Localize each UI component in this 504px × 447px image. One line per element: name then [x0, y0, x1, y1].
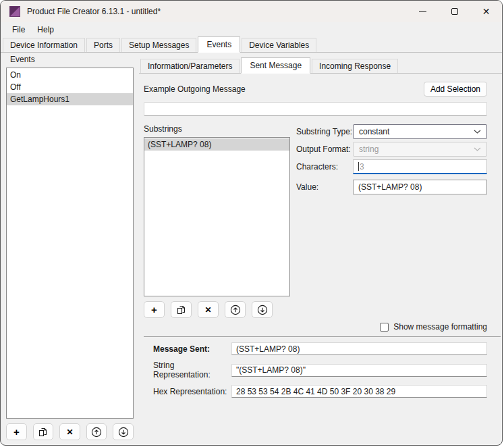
list-item[interactable]: GetLampHours1: [7, 93, 133, 105]
sent-message-panel: Information/Parameters Sent Message Inco…: [139, 57, 502, 445]
list-item[interactable]: Off: [7, 81, 133, 93]
substring-type-value: constant: [359, 127, 389, 136]
events-toolbar: + ✕: [6, 423, 134, 440]
minimize-icon: [419, 11, 426, 12]
plus-icon: +: [151, 305, 157, 315]
tab-device-information[interactable]: Device Information: [3, 38, 85, 52]
characters-input[interactable]: 3: [353, 159, 487, 174]
list-item[interactable]: (SST+LAMP? 08): [144, 138, 289, 151]
events-listbox[interactable]: On Off GetLampHours1: [6, 68, 134, 419]
list-item[interactable]: On: [7, 69, 133, 81]
app-window: Product File Creator 6.13.1 - untitled* …: [0, 0, 503, 446]
results-separator: [144, 336, 501, 337]
delete-icon: ✕: [204, 306, 211, 314]
duplicate-substring-button[interactable]: [171, 301, 192, 318]
subtab-information-parameters[interactable]: Information/Parameters: [140, 59, 240, 73]
chevron-down-icon: [474, 147, 481, 151]
tab-ports[interactable]: Ports: [86, 38, 120, 52]
arrow-up-circle-icon: [91, 427, 102, 438]
sub-tab-bar: Information/Parameters Sent Message Inco…: [139, 57, 502, 74]
message-sent-label: Message Sent:: [153, 344, 231, 354]
events-panel: Events On Off GetLampHours1 + ✕: [6, 55, 134, 440]
chevron-down-icon: [474, 130, 481, 134]
subtab-incoming-response[interactable]: Incoming Response: [312, 59, 398, 73]
substring-type-label: Substring Type:: [296, 127, 353, 136]
menu-bar: File Help: [1, 22, 502, 36]
string-representation-label: String Representation:: [153, 361, 231, 379]
window-controls: ✕: [407, 1, 502, 22]
plus-icon: +: [13, 427, 20, 437]
value-label: Value:: [296, 182, 353, 192]
close-icon: ✕: [482, 6, 491, 17]
window-title: Product File Creator 6.13.1 - untitled*: [27, 7, 161, 16]
subtab-sent-message[interactable]: Sent Message: [241, 57, 310, 74]
example-outgoing-message-label: Example Outgoing Message: [144, 84, 246, 94]
message-sent-field: (SST+LAMP? 08): [231, 342, 487, 355]
close-button[interactable]: ✕: [470, 1, 502, 22]
duplicate-icon: [38, 427, 47, 437]
minimize-button[interactable]: [407, 1, 439, 22]
delete-substring-button[interactable]: ✕: [198, 301, 219, 318]
show-message-formatting-label: Show message formatting: [393, 322, 487, 332]
menu-file[interactable]: File: [6, 24, 31, 36]
arrow-up-circle-icon: [230, 305, 241, 315]
add-selection-button[interactable]: Add Selection: [424, 82, 487, 97]
move-substring-down-button[interactable]: [252, 301, 273, 318]
hex-representation-field: 28 53 53 54 2B 4C 41 4D 50 3F 20 30 38 2…: [231, 385, 487, 398]
events-panel-label: Events: [10, 55, 134, 64]
value-input[interactable]: (SST+LAMP? 08): [353, 180, 487, 194]
title-bar: Product File Creator 6.13.1 - untitled* …: [1, 1, 502, 22]
move-event-down-button[interactable]: [113, 423, 134, 440]
add-substring-button[interactable]: +: [144, 301, 165, 318]
show-message-formatting-checkbox[interactable]: [380, 323, 389, 332]
substrings-toolbar: + ✕: [144, 301, 290, 318]
menu-help[interactable]: Help: [31, 24, 60, 36]
duplicate-event-button[interactable]: [33, 423, 54, 440]
delete-icon: ✕: [66, 428, 73, 436]
duplicate-icon: [177, 305, 186, 315]
main-tab-bar: Device Information Ports Setup Messages …: [1, 36, 502, 53]
substring-type-select[interactable]: constant: [353, 124, 487, 139]
arrow-down-circle-icon: [257, 305, 268, 315]
maximize-icon: [451, 8, 458, 15]
substrings-label: Substrings: [144, 124, 290, 134]
delete-event-button[interactable]: ✕: [59, 423, 80, 440]
arrow-down-circle-icon: [118, 427, 129, 438]
sent-message-content: Example Outgoing Message Add Selection S…: [139, 82, 502, 398]
tab-events[interactable]: Events: [198, 36, 240, 53]
output-format-select: string: [353, 142, 487, 157]
maximize-button[interactable]: [439, 1, 470, 22]
hex-representation-label: Hex Representation:: [153, 387, 231, 396]
string-representation-field: "(SST+LAMP? 08)": [231, 364, 487, 377]
characters-value: 3: [360, 162, 364, 172]
text-caret: [358, 162, 359, 171]
add-event-button[interactable]: +: [6, 423, 27, 440]
move-event-up-button[interactable]: [86, 423, 107, 440]
app-icon: [9, 6, 20, 17]
tab-device-variables[interactable]: Device Variables: [242, 38, 316, 52]
characters-label: Characters:: [296, 162, 353, 172]
move-substring-up-button[interactable]: [225, 301, 246, 318]
output-format-value: string: [359, 144, 379, 154]
substrings-listbox[interactable]: (SST+LAMP? 08): [144, 137, 290, 296]
tab-setup-messages[interactable]: Setup Messages: [121, 38, 196, 52]
example-outgoing-message-input[interactable]: [144, 102, 487, 116]
output-format-label: Output Format:: [296, 144, 353, 154]
